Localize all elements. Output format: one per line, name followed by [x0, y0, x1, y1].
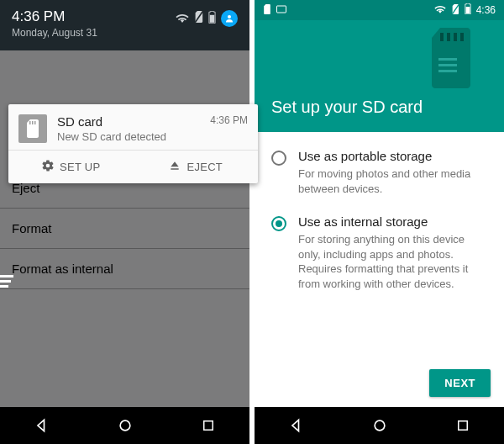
svg-rect-17: [460, 33, 464, 41]
notification-subtitle: New SD card detected: [57, 130, 210, 143]
setup-button-label: SET UP: [60, 161, 101, 173]
notification-time: 4:36 PM: [210, 114, 248, 143]
svg-rect-15: [447, 33, 450, 41]
setup-hero: 4:36 Set up your SD card: [255, 0, 504, 132]
statusbar-time: 4:36: [476, 4, 496, 16]
wifi-icon: [176, 11, 189, 26]
storage-options: Use as portable storage For moving photo…: [255, 132, 504, 361]
nav-home-icon[interactable]: [117, 417, 134, 434]
svg-point-21: [375, 420, 386, 431]
battery-icon: [465, 3, 471, 17]
eject-button[interactable]: EJECT: [134, 151, 259, 183]
status-bar: 4:36: [255, 0, 504, 20]
radio-icon[interactable]: [271, 216, 286, 231]
nav-bar: [255, 407, 504, 444]
svg-rect-7: [0, 280, 11, 283]
sd-card-status-icon: [263, 4, 271, 17]
sd-card-icon: [18, 114, 47, 143]
page-title: Set up your SD card: [255, 96, 504, 117]
svg-rect-3: [29, 121, 31, 124]
option-description: For moving photos and other media betwee…: [298, 166, 487, 196]
next-button[interactable]: NEXT: [429, 369, 491, 397]
option-internal-storage[interactable]: Use as internal storage For storing anyt…: [271, 214, 487, 291]
screenshot-status-icon: [276, 4, 286, 16]
eject-button-label: EJECT: [186, 161, 223, 173]
sd-card-notification[interactable]: SD card New SD card detected 4:36 PM SET…: [8, 104, 258, 183]
right-screenshot: 4:36 Set up your SD card: [255, 0, 504, 444]
footer: NEXT: [255, 361, 504, 407]
svg-rect-4: [32, 121, 34, 124]
option-label: Use as internal storage: [298, 214, 487, 229]
svg-rect-6: [0, 275, 13, 278]
svg-rect-5: [34, 121, 36, 124]
menu-item-format[interactable]: Format: [0, 209, 249, 249]
svg-rect-10: [204, 421, 213, 431]
svg-rect-16: [454, 33, 457, 41]
battery-icon: [208, 11, 216, 27]
statusbar-date: Monday, August 31: [12, 27, 97, 39]
svg-rect-18: [438, 58, 457, 61]
nav-bar: [0, 407, 249, 444]
svg-rect-22: [459, 421, 468, 431]
svg-rect-14: [440, 33, 444, 41]
eject-icon: [168, 159, 181, 175]
gear-icon: [41, 159, 55, 175]
hero-art: [255, 20, 504, 96]
option-description: For storing anything on this device only…: [298, 232, 487, 291]
storage-context-menu: Eject Format Format as internal: [0, 168, 249, 289]
user-avatar-icon[interactable]: [221, 10, 238, 27]
setup-button[interactable]: SET UP: [8, 151, 134, 183]
menu-item-label: Format as internal: [12, 262, 113, 276]
left-screenshot: 4:36 PM Monday, August 31: [0, 0, 249, 444]
notification-shade-header: 4:36 PM Monday, August 31: [0, 0, 249, 50]
option-label: Use as portable storage: [298, 149, 487, 163]
svg-point-2: [228, 15, 231, 18]
svg-point-9: [121, 420, 131, 431]
nav-back-icon[interactable]: [288, 417, 305, 434]
svg-rect-13: [465, 7, 470, 13]
nav-home-icon[interactable]: [371, 417, 388, 434]
radio-icon[interactable]: [271, 151, 286, 166]
no-sim-icon: [194, 11, 203, 26]
statusbar-time: 4:36 PM: [12, 8, 97, 25]
notification-title: SD card: [57, 114, 210, 129]
svg-rect-20: [438, 70, 457, 72]
svg-rect-19: [438, 64, 457, 66]
svg-rect-11: [277, 6, 286, 13]
wifi-icon: [434, 4, 446, 16]
nav-recent-icon[interactable]: [201, 418, 216, 433]
nav-back-icon[interactable]: [34, 417, 50, 434]
svg-rect-8: [0, 285, 8, 288]
no-sim-icon: [451, 4, 459, 17]
nav-recent-icon[interactable]: [455, 418, 470, 433]
next-button-label: NEXT: [444, 377, 475, 389]
option-portable-storage[interactable]: Use as portable storage For moving photo…: [271, 149, 487, 196]
clear-all-button[interactable]: [0, 275, 241, 293]
svg-rect-1: [210, 14, 214, 22]
menu-item-label: Format: [12, 221, 52, 235]
